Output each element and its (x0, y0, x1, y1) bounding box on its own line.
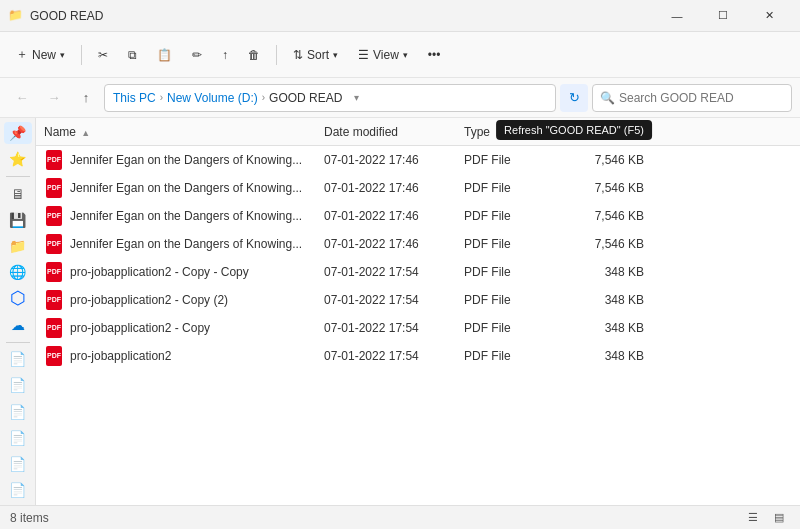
rename-button[interactable]: ✏ (184, 39, 210, 71)
title-bar: 📁 GOOD READ — ☐ ✕ (0, 0, 800, 32)
view-button[interactable]: ☰ View ▾ (350, 39, 416, 71)
file-size: 7,546 KB (564, 181, 644, 195)
sidebar-divider-1 (6, 176, 30, 177)
file-row[interactable]: PDF Jennifer Egan on the Dangers of Know… (36, 202, 800, 230)
col-header-name[interactable]: Name ▲ (44, 125, 324, 139)
pdf-icon: PDF (46, 346, 62, 366)
sidebar-item-star[interactable]: ⭐ (4, 148, 32, 170)
back-button[interactable]: ← (8, 84, 36, 112)
sort-button[interactable]: ⇅ Sort ▾ (285, 39, 346, 71)
sidebar-item-onedrive[interactable]: ☁ (4, 313, 32, 335)
sidebar-item-downloads[interactable]: 💾 (4, 209, 32, 231)
file-icon: PDF (44, 206, 64, 226)
new-label: New (32, 48, 56, 62)
file-date: 07-01-2022 17:46 (324, 181, 464, 195)
file-icon: PDF (44, 318, 64, 338)
maximize-button[interactable]: ☐ (700, 0, 746, 32)
share-button[interactable]: ↑ (214, 39, 236, 71)
sidebar-item-network[interactable]: 🌐 (4, 261, 32, 283)
file-icon: PDF (44, 290, 64, 310)
file-date: 07-01-2022 17:46 (324, 237, 464, 251)
file-date: 07-01-2022 17:46 (324, 209, 464, 223)
file-name: pro-jobapplication2 - Copy (70, 321, 324, 335)
file-size: 7,546 KB (564, 209, 644, 223)
cut-icon: ✂ (98, 48, 108, 62)
breadcrumb-thispc[interactable]: This PC (113, 91, 156, 105)
sidebar-divider-2 (6, 342, 30, 343)
file-size: 348 KB (564, 349, 644, 363)
file-size: 348 KB (564, 293, 644, 307)
delete-icon: 🗑 (248, 48, 260, 62)
sidebar-item-file3[interactable]: 📄 (4, 401, 32, 423)
col-header-date[interactable]: Date modified (324, 125, 464, 139)
file-row[interactable]: PDF pro-jobapplication2 07-01-2022 17:54… (36, 342, 800, 370)
sidebar-item-quickaccess[interactable]: 📌 (4, 122, 32, 144)
address-bar: ← → ↑ This PC › New Volume (D:) › GOOD R… (0, 78, 800, 118)
file-name: pro-jobapplication2 - Copy - Copy (70, 265, 324, 279)
col-header-type[interactable]: Type (464, 125, 564, 139)
sort-icon: ⇅ (293, 48, 303, 62)
file-row[interactable]: PDF pro-jobapplication2 - Copy 07-01-202… (36, 314, 800, 342)
copy-button[interactable]: ⧉ (120, 39, 145, 71)
file-row[interactable]: PDF Jennifer Egan on the Dangers of Know… (36, 230, 800, 258)
paste-icon: 📋 (157, 48, 172, 62)
breadcrumb-current: GOOD READ (269, 91, 342, 105)
cut-button[interactable]: ✂ (90, 39, 116, 71)
window-icon: 📁 (8, 8, 24, 24)
file-area: Name ▲ Date modified Type Size PDF Jenni… (36, 118, 800, 505)
file-row[interactable]: PDF Jennifer Egan on the Dangers of Know… (36, 174, 800, 202)
title-bar-left: 📁 GOOD READ (8, 8, 103, 24)
col-header-size[interactable]: Size (564, 125, 644, 139)
sidebar-item-file1[interactable]: 📄 (4, 348, 32, 370)
up-button[interactable]: ↑ (72, 84, 100, 112)
forward-button[interactable]: → (40, 84, 68, 112)
breadcrumb-newvolume[interactable]: New Volume (D:) (167, 91, 258, 105)
new-icon: ＋ (16, 46, 28, 63)
file-name: pro-jobapplication2 (70, 349, 324, 363)
file-type: PDF File (464, 265, 564, 279)
breadcrumb-dropdown-button[interactable]: ▾ (346, 88, 366, 108)
file-type: PDF File (464, 181, 564, 195)
list-view-button[interactable]: ☰ (742, 509, 764, 527)
sidebar-item-desktop[interactable]: 🖥 (4, 183, 32, 205)
sidebar: 📌 ⭐ 🖥 💾 📁 🌐 ⬡ ☁ 📄 📄 📄 📄 📄 📄 (0, 118, 36, 505)
file-name: Jennifer Egan on the Dangers of Knowing.… (70, 237, 324, 251)
file-name: pro-jobapplication2 - Copy (2) (70, 293, 324, 307)
sidebar-item-file5[interactable]: 📄 (4, 453, 32, 475)
more-button[interactable]: ••• (420, 39, 449, 71)
file-type: PDF File (464, 209, 564, 223)
new-button[interactable]: ＋ New ▾ (8, 39, 73, 71)
close-button[interactable]: ✕ (746, 0, 792, 32)
file-type: PDF File (464, 321, 564, 335)
search-input[interactable] (592, 84, 792, 112)
pdf-icon: PDF (46, 234, 62, 254)
paste-button[interactable]: 📋 (149, 39, 180, 71)
pdf-icon: PDF (46, 150, 62, 170)
file-date: 07-01-2022 17:54 (324, 293, 464, 307)
breadcrumb-bar[interactable]: This PC › New Volume (D:) › GOOD READ ▾ (104, 84, 556, 112)
refresh-button[interactable]: ↻ (560, 84, 588, 112)
file-type: PDF File (464, 237, 564, 251)
file-row[interactable]: PDF Jennifer Egan on the Dangers of Know… (36, 146, 800, 174)
file-row[interactable]: PDF pro-jobapplication2 - Copy - Copy 07… (36, 258, 800, 286)
sidebar-item-dropbox[interactable]: ⬡ (4, 287, 32, 309)
status-count: 8 items (10, 511, 49, 525)
file-size: 348 KB (564, 265, 644, 279)
sidebar-item-file4[interactable]: 📄 (4, 427, 32, 449)
file-type: PDF File (464, 349, 564, 363)
minimize-button[interactable]: — (654, 0, 700, 32)
share-icon: ↑ (222, 48, 228, 62)
rename-icon: ✏ (192, 48, 202, 62)
file-row[interactable]: PDF pro-jobapplication2 - Copy (2) 07-01… (36, 286, 800, 314)
breadcrumb-sep-1: › (160, 92, 163, 103)
sidebar-item-documents[interactable]: 📁 (4, 235, 32, 257)
file-type: PDF File (464, 293, 564, 307)
file-date: 07-01-2022 17:46 (324, 153, 464, 167)
sidebar-item-file2[interactable]: 📄 (4, 374, 32, 396)
detail-view-button[interactable]: ▤ (768, 509, 790, 527)
delete-button[interactable]: 🗑 (240, 39, 268, 71)
sidebar-item-file6[interactable]: 📄 (4, 479, 32, 501)
file-icon: PDF (44, 150, 64, 170)
view-icon: ☰ (358, 48, 369, 62)
pdf-icon: PDF (46, 178, 62, 198)
